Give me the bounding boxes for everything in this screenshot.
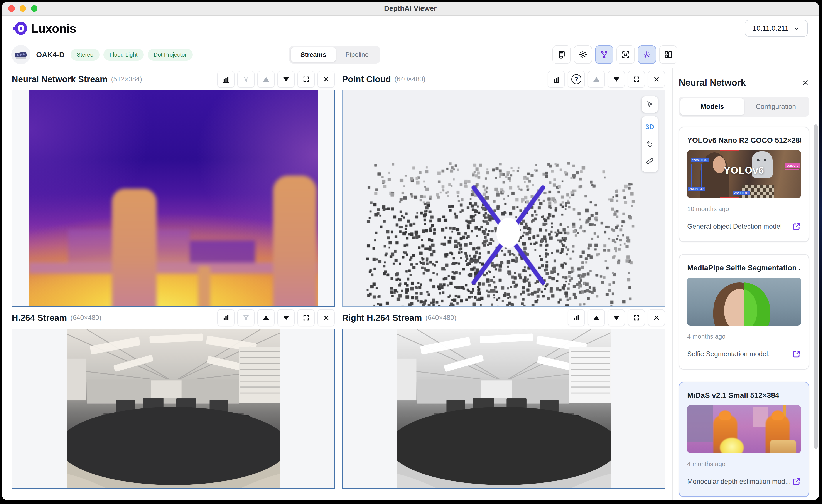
nn-close-button[interactable] (318, 71, 335, 88)
h264-stream-view[interactable] (12, 329, 335, 489)
pc-help-button[interactable]: ? (568, 71, 585, 88)
external-link-icon[interactable] (792, 350, 801, 358)
neural-network-sidebar: Neural Network Models Configuration YOLO… (673, 68, 819, 500)
detection-label: chair 0.47 (688, 187, 705, 191)
app-header: Luxonis 10.11.0.211 (2, 16, 819, 41)
point-cloud-button[interactable] (638, 45, 656, 64)
bar-chart-icon (222, 314, 230, 322)
external-link-icon[interactable] (792, 222, 801, 231)
nn-filter-button[interactable] (237, 71, 255, 88)
sidebar-tabs: Models Configuration (679, 97, 809, 117)
pipeline-branch-icon (600, 50, 609, 59)
nn-stream-view[interactable] (12, 90, 335, 307)
titlebar: DepthAI Viewer (2, 2, 819, 16)
h264-header: H.264 Stream (640×480) (12, 307, 335, 329)
close-icon (653, 314, 660, 321)
model-name: MiDaS v2.1 Small 512×384 (687, 391, 801, 400)
device-avatar (11, 45, 30, 64)
triangle-up-icon (593, 77, 599, 82)
settings-gear-icon (578, 50, 587, 59)
triangle-down-icon (613, 77, 620, 82)
triangle-down-icon (283, 77, 289, 82)
h264-close-button[interactable] (318, 309, 335, 326)
right-h264-video-frame (397, 329, 610, 488)
log-button[interactable] (552, 45, 571, 64)
model-thumbnail: YOLOv6 tbook 0.37 chair 0.47 chair 0.89 … (687, 150, 801, 198)
right-h264-header: Right H.264 Stream (640×480) (342, 307, 666, 329)
fullscreen-icon (633, 75, 641, 83)
tab-streams[interactable]: Streams (291, 47, 336, 62)
rh264-move-down-button[interactable] (608, 309, 625, 326)
bar-chart-icon (572, 314, 580, 322)
external-link-icon[interactable] (792, 477, 801, 486)
chevron-down-icon (793, 25, 800, 32)
pc-select-tool-button[interactable] (642, 96, 658, 113)
model-updated: 4 months ago (687, 333, 801, 340)
pc-move-down-button[interactable] (608, 71, 625, 88)
sidebar-scrollbar[interactable] (814, 124, 818, 449)
triangle-down-icon (613, 316, 620, 320)
device-ip-dropdown[interactable]: 10.11.0.211 (745, 20, 808, 37)
sidebar-close-button[interactable] (801, 79, 809, 87)
streams-grid: Neural Network Stream (512×384) Point Cl… (2, 68, 673, 500)
nn-stream-dims: (512×384) (111, 75, 142, 83)
nn-move-down-button[interactable] (278, 71, 295, 88)
rh264-stats-button[interactable] (568, 309, 585, 326)
rh264-move-up-button[interactable] (588, 309, 605, 326)
detection-label: potted p (785, 163, 800, 168)
settings-button[interactable] (574, 45, 592, 64)
h264-stats-button[interactable] (217, 309, 235, 326)
h264-fullscreen-button[interactable] (298, 309, 315, 326)
h264-move-up-button[interactable] (258, 309, 275, 326)
nn-fullscreen-button[interactable] (298, 71, 315, 88)
cursor-icon (646, 100, 654, 109)
model-description: General object Detection model (687, 223, 782, 230)
model-card-yolov6[interactable]: YOLOv6 Nano R2 COCO 512×288 YOLOv6 tbook… (679, 127, 809, 242)
right-h264-stream-view[interactable] (342, 329, 666, 489)
detections-button[interactable] (616, 45, 635, 64)
tab-configuration[interactable]: Configuration (744, 98, 808, 115)
model-card-midas[interactable]: MiDaS v2.1 Small 512×384 4 months ago Mo… (679, 382, 809, 497)
rh264-fullscreen-button[interactable] (628, 309, 645, 326)
point-cloud-view[interactable]: 3D (342, 90, 666, 307)
model-card-selfie-segmentation[interactable]: MediaPipe Selfie Segmentation ... 4 mont… (679, 254, 809, 370)
mode-3d-toggle[interactable]: 3D (646, 123, 654, 131)
point-cloud-canvas[interactable] (357, 153, 650, 307)
detection-label: tbook 0.37 (691, 158, 709, 162)
h264-move-down-button[interactable] (278, 309, 295, 326)
close-icon (323, 314, 330, 321)
ruler-icon[interactable] (646, 157, 654, 165)
pipeline-graph-button[interactable] (595, 45, 613, 64)
device-bar: OAK4-D Stereo Flood Light Dot Projector … (2, 41, 819, 68)
layout-button[interactable] (659, 45, 678, 64)
pc-fullscreen-button[interactable] (628, 71, 645, 88)
model-description: Selfie Segmentation model. (687, 350, 770, 358)
tab-models[interactable]: Models (681, 98, 744, 115)
triangle-up-icon (593, 316, 599, 320)
log-icon (557, 50, 566, 59)
nn-stats-button[interactable] (217, 71, 235, 88)
pc-move-up-button[interactable] (588, 71, 605, 88)
point-cloud-header: Point Cloud (640×480) ? (342, 69, 666, 90)
help-icon: ? (571, 74, 581, 84)
device-ip-value: 10.11.0.211 (753, 24, 788, 32)
triangle-up-icon (263, 316, 269, 320)
point-cloud-icon (643, 50, 652, 59)
brand-name: Luxonis (31, 21, 76, 35)
sidebar-title: Neural Network (679, 77, 746, 88)
window-title: DepthAI Viewer (2, 4, 819, 13)
nn-move-up-button[interactable] (258, 71, 275, 88)
pc-close-button[interactable] (648, 71, 665, 88)
nn-stream-header: Neural Network Stream (512×384) (12, 69, 335, 90)
reset-view-icon[interactable] (646, 140, 654, 148)
close-icon (323, 76, 330, 83)
triangle-up-icon (263, 77, 269, 82)
tab-pipeline[interactable]: Pipeline (336, 47, 378, 62)
filter-funnel-icon (242, 75, 250, 83)
pc-stats-button[interactable] (548, 71, 565, 88)
model-name: YOLOv6 Nano R2 COCO 512×288 (687, 136, 801, 144)
desktop-background: DepthAI Viewer Luxonis 10.11.0.211 OAK4-… (0, 0, 822, 504)
h264-filter-button[interactable] (237, 309, 255, 326)
top-toolbar (552, 45, 678, 64)
rh264-close-button[interactable] (648, 309, 665, 326)
